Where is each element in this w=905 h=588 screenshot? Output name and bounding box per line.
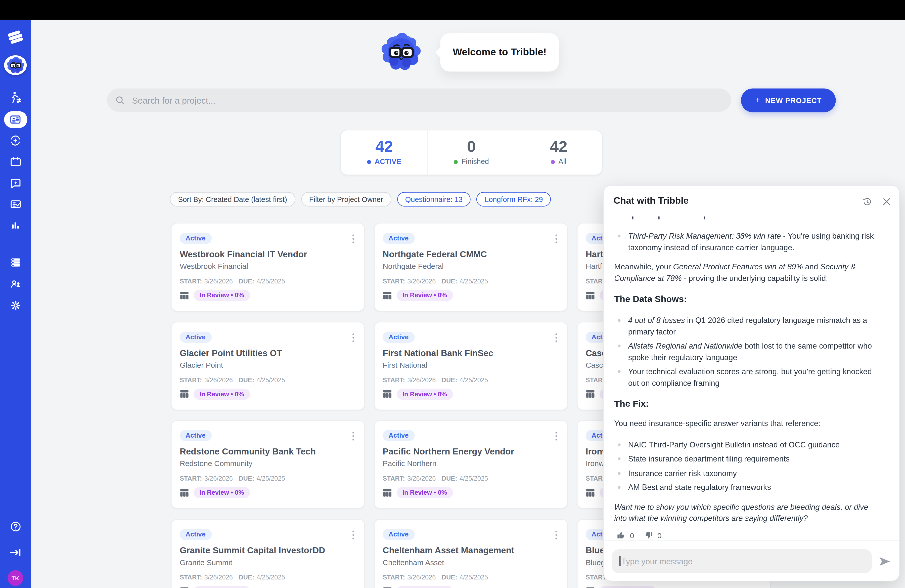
card-menu-button[interactable] bbox=[349, 432, 357, 445]
card-menu-button[interactable] bbox=[349, 531, 357, 543]
sidebar-item-calendar[interactable] bbox=[0, 156, 31, 168]
sidebar-item-sync[interactable] bbox=[0, 134, 31, 147]
sidebar-item-projects[interactable] bbox=[4, 111, 27, 128]
project-card[interactable]: ActiveNorthgate Federal CMMCNorthgate Fe… bbox=[374, 223, 568, 311]
chat-close-icon[interactable] bbox=[882, 197, 892, 207]
project-title: Granite Summit Capital InvestorDD bbox=[180, 545, 354, 555]
bullet-dot bbox=[618, 319, 621, 322]
chat-paragraph: Meanwhile, your General Product Features… bbox=[614, 261, 877, 284]
user-avatar[interactable]: TK bbox=[8, 570, 23, 586]
card-menu-button[interactable] bbox=[552, 432, 560, 445]
table-icon bbox=[586, 291, 595, 300]
chat-bullet-item: Third-Party Risk Management: 38% win rat… bbox=[618, 230, 882, 253]
card-menu-button[interactable] bbox=[552, 531, 560, 543]
project-card[interactable]: ActiveCheltenham Asset ManagementChelten… bbox=[374, 519, 568, 588]
filter-chip-2[interactable]: Filter by Project Owner bbox=[301, 192, 391, 207]
project-card[interactable]: ActiveFirst National Bank FinSecFirst Na… bbox=[374, 321, 568, 410]
status-badge: Active bbox=[383, 430, 414, 441]
sidebar: TK bbox=[0, 20, 31, 588]
project-card[interactable]: ActiveGlacier Point Utilities OTGlacier … bbox=[171, 321, 365, 410]
stat-tab-all[interactable]: 42All bbox=[515, 130, 602, 175]
project-title: Pacific Northern Energy Vendor bbox=[383, 447, 557, 456]
project-dates: START:3/26/2026DUE:4/25/2025 bbox=[180, 475, 285, 482]
top-black-bar bbox=[0, 0, 905, 20]
tribble-logo-icon[interactable] bbox=[0, 30, 31, 44]
tribble-mascot-avatar[interactable] bbox=[4, 55, 27, 75]
stat-tab-finished[interactable]: 0Finished bbox=[427, 130, 514, 175]
card-footer: In Review • 0% bbox=[180, 586, 250, 588]
thumbs-down-button[interactable] bbox=[644, 531, 653, 540]
bullet-text: 4 out of 8 losses in Q1 2026 cited regul… bbox=[628, 315, 882, 337]
welcome-bubble: Welcome to Tribble! bbox=[440, 33, 559, 72]
sidebar-item-review[interactable] bbox=[0, 198, 31, 211]
project-card[interactable]: ActiveWestbrook Financial IT VendorWestb… bbox=[171, 223, 365, 311]
card-menu-button[interactable] bbox=[552, 333, 560, 346]
sidebar-item-lists[interactable] bbox=[0, 256, 31, 269]
chat-bullet-item: NAIC Third-Party Oversight Bulletin inst… bbox=[618, 439, 882, 450]
card-footer: In Review • 0% bbox=[383, 290, 453, 301]
card-footer: In Review • 0% bbox=[180, 487, 250, 498]
chat-history-icon[interactable] bbox=[862, 197, 873, 207]
stat-label: All bbox=[558, 158, 566, 166]
project-stats-card: 42ACTIVE0Finished42All bbox=[340, 130, 602, 175]
review-progress-badge: In Review • 0% bbox=[397, 586, 453, 588]
logout-icon[interactable] bbox=[0, 546, 31, 559]
bullet-text: NAIC Third-Party Oversight Bulletin inst… bbox=[628, 439, 882, 450]
chat-bullet-item: 4 out of 8 losses in Q1 2026 cited regul… bbox=[618, 315, 882, 337]
project-client: Granite Summit bbox=[180, 558, 354, 567]
project-client: Northgate Federal bbox=[383, 262, 557, 271]
card-menu-button[interactable] bbox=[349, 234, 357, 247]
sidebar-item-analytics[interactable] bbox=[0, 219, 31, 231]
project-card[interactable]: ActivePacific Northern Energy VendorPaci… bbox=[374, 420, 568, 509]
table-icon bbox=[383, 586, 392, 588]
card-footer: In Review • 0% bbox=[383, 487, 453, 498]
send-icon[interactable] bbox=[878, 554, 892, 568]
new-project-button[interactable]: + NEW PROJECT bbox=[741, 89, 836, 113]
card-menu-button[interactable] bbox=[349, 333, 357, 346]
project-title: Westbrook Financial IT Vendor bbox=[180, 249, 354, 259]
card-footer: In Review • 0% bbox=[383, 388, 453, 399]
sidebar-item-chat[interactable] bbox=[0, 176, 31, 189]
filter-chip-3[interactable]: Questionnaire: 13 bbox=[397, 192, 471, 207]
project-dates: START:3/26/2026DUE:4/25/2025 bbox=[383, 574, 488, 580]
bullet-dot bbox=[618, 472, 621, 475]
stat-tab-active[interactable]: 42ACTIVE bbox=[341, 130, 428, 175]
card-footer: In Review • 0% bbox=[586, 586, 656, 588]
status-badge: Active bbox=[383, 529, 414, 540]
chat-paragraph: Want me to show you which specific quest… bbox=[614, 501, 877, 524]
help-icon[interactable] bbox=[0, 520, 31, 533]
stat-label: Finished bbox=[462, 158, 489, 166]
welcome-text: Welcome to Tribble! bbox=[453, 46, 546, 58]
chat-paragraph: You need insurance-specific answer varia… bbox=[614, 418, 877, 429]
bullet-dot bbox=[618, 234, 621, 237]
table-icon bbox=[180, 389, 189, 399]
filter-chip-4[interactable]: Longform RFx: 29 bbox=[476, 192, 551, 207]
project-title: First National Bank FinSec bbox=[383, 348, 557, 358]
table-icon bbox=[383, 291, 392, 300]
review-progress-badge: In Review • 0% bbox=[194, 487, 250, 498]
chat-bullet-item: Your technical evaluation scores are str… bbox=[618, 366, 882, 389]
sidebar-item-people[interactable] bbox=[0, 278, 31, 291]
project-dates: START:3/26/2026DUE:4/25/2025 bbox=[180, 278, 285, 285]
sidebar-item-handoff[interactable] bbox=[0, 91, 31, 104]
search-placeholder: Search for a project... bbox=[132, 95, 216, 105]
chat-messages: Third-Party Risk Management: 38% win rat… bbox=[613, 213, 882, 540]
stat-label-row: All bbox=[551, 158, 566, 166]
status-badge: Active bbox=[180, 529, 211, 540]
clipped-message-line bbox=[613, 213, 882, 221]
bullet-dot bbox=[618, 443, 621, 446]
bullet-text: Insurance carrier risk taxonomy bbox=[628, 467, 882, 479]
project-client: Redstone Community bbox=[180, 459, 354, 468]
search-input[interactable]: Search for a project... bbox=[107, 89, 731, 112]
card-menu-button[interactable] bbox=[552, 234, 560, 247]
status-badge: Active bbox=[383, 332, 414, 343]
chat-bullet-list: NAIC Third-Party Oversight Bulletin inst… bbox=[613, 439, 882, 493]
project-card[interactable]: ActiveGranite Summit Capital InvestorDDG… bbox=[171, 519, 365, 588]
project-card[interactable]: ActiveRedstone Community Bank TechRedsto… bbox=[171, 420, 365, 509]
filter-chip-1[interactable]: Sort By: Created Date (latest first) bbox=[170, 192, 295, 207]
project-title: Glacier Point Utilities OT bbox=[180, 348, 354, 358]
bullet-text: Third-Party Risk Management: 38% win rat… bbox=[628, 230, 882, 253]
chat-message-input[interactable]: Type your message bbox=[612, 549, 872, 573]
thumbs-up-button[interactable] bbox=[616, 531, 626, 540]
sidebar-item-settings[interactable] bbox=[0, 299, 31, 311]
